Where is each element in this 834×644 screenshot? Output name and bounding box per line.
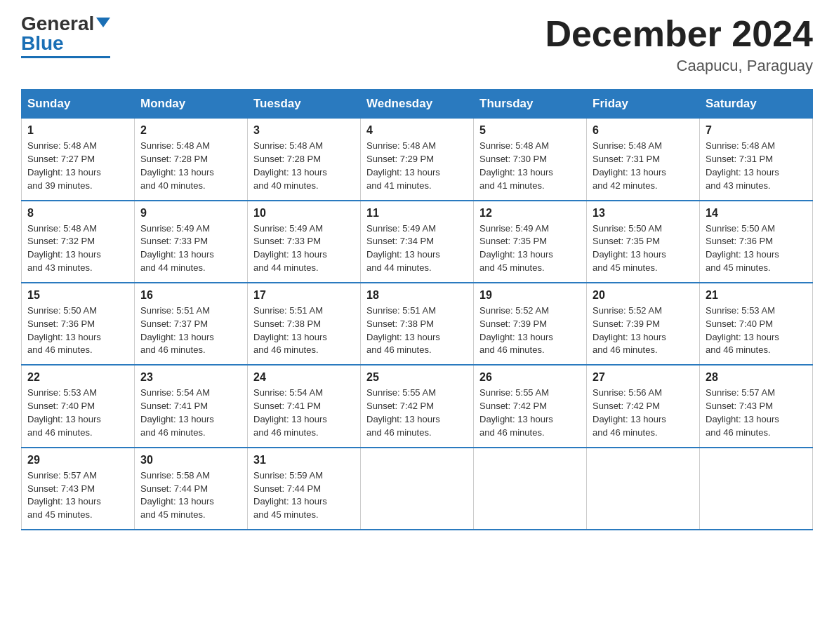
title-block: December 2024 Caapucu, Paraguay	[545, 14, 813, 75]
day-number: 31	[253, 454, 355, 467]
day-info: Sunrise: 5:48 AMSunset: 7:31 PMDaylight:…	[706, 140, 807, 192]
day-cell: 9Sunrise: 5:49 AMSunset: 7:33 PMDaylight…	[135, 201, 248, 283]
day-cell: 19Sunrise: 5:52 AMSunset: 7:39 PMDayligh…	[474, 283, 587, 365]
header-cell-tuesday: Tuesday	[248, 90, 361, 119]
day-cell: 6Sunrise: 5:48 AMSunset: 7:31 PMDaylight…	[587, 119, 700, 201]
day-info: Sunrise: 5:56 AMSunset: 7:42 PMDaylight:…	[593, 387, 694, 439]
week-row-2: 8Sunrise: 5:48 AMSunset: 7:32 PMDaylight…	[22, 201, 813, 283]
day-info: Sunrise: 5:53 AMSunset: 7:40 PMDaylight:…	[706, 304, 807, 357]
day-cell: 7Sunrise: 5:48 AMSunset: 7:31 PMDaylight…	[700, 119, 813, 201]
day-cell: 13Sunrise: 5:50 AMSunset: 7:35 PMDayligh…	[587, 201, 700, 283]
location-text: Caapucu, Paraguay	[545, 57, 813, 75]
day-number: 17	[253, 289, 355, 302]
day-cell: 27Sunrise: 5:56 AMSunset: 7:42 PMDayligh…	[587, 365, 700, 447]
day-number: 12	[479, 207, 581, 220]
day-info: Sunrise: 5:55 AMSunset: 7:42 PMDaylight:…	[479, 387, 581, 439]
day-info: Sunrise: 5:55 AMSunset: 7:42 PMDaylight:…	[366, 387, 468, 439]
day-number: 15	[27, 289, 128, 302]
week-row-5: 29Sunrise: 5:57 AMSunset: 7:43 PMDayligh…	[22, 448, 813, 530]
logo-underline	[21, 56, 110, 58]
day-cell: 31Sunrise: 5:59 AMSunset: 7:44 PMDayligh…	[248, 448, 361, 530]
day-cell	[474, 448, 587, 530]
day-cell	[361, 448, 474, 530]
day-number: 13	[593, 207, 694, 220]
day-number: 27	[593, 371, 694, 384]
header-cell-saturday: Saturday	[700, 90, 813, 119]
day-cell: 24Sunrise: 5:54 AMSunset: 7:41 PMDayligh…	[248, 365, 361, 447]
logo-general-text: General	[21, 14, 94, 34]
day-number: 8	[27, 207, 128, 220]
day-cell: 10Sunrise: 5:49 AMSunset: 7:33 PMDayligh…	[248, 201, 361, 283]
day-cell: 4Sunrise: 5:48 AMSunset: 7:29 PMDaylight…	[361, 119, 474, 201]
day-number: 25	[366, 371, 468, 384]
day-cell	[700, 448, 813, 530]
page-header: General Blue December 2024 Caapucu, Para…	[21, 14, 813, 75]
day-cell: 21Sunrise: 5:53 AMSunset: 7:40 PMDayligh…	[700, 283, 813, 365]
logo-triangle-icon	[96, 18, 110, 27]
day-info: Sunrise: 5:58 AMSunset: 7:44 PMDaylight:…	[140, 469, 241, 522]
day-info: Sunrise: 5:54 AMSunset: 7:41 PMDaylight:…	[140, 387, 241, 439]
day-info: Sunrise: 5:48 AMSunset: 7:30 PMDaylight:…	[479, 140, 581, 192]
day-info: Sunrise: 5:54 AMSunset: 7:41 PMDaylight:…	[253, 387, 355, 439]
calendar-header: SundayMondayTuesdayWednesdayThursdayFrid…	[22, 90, 813, 119]
day-info: Sunrise: 5:59 AMSunset: 7:44 PMDaylight:…	[253, 469, 355, 522]
day-info: Sunrise: 5:51 AMSunset: 7:37 PMDaylight:…	[140, 304, 241, 357]
week-row-3: 15Sunrise: 5:50 AMSunset: 7:36 PMDayligh…	[22, 283, 813, 365]
day-cell: 2Sunrise: 5:48 AMSunset: 7:28 PMDaylight…	[135, 119, 248, 201]
day-number: 30	[140, 454, 241, 467]
header-cell-monday: Monday	[135, 90, 248, 119]
day-cell: 15Sunrise: 5:50 AMSunset: 7:36 PMDayligh…	[22, 283, 135, 365]
header-cell-sunday: Sunday	[22, 90, 135, 119]
day-number: 3	[253, 124, 355, 137]
day-info: Sunrise: 5:51 AMSunset: 7:38 PMDaylight:…	[253, 304, 355, 357]
day-cell: 12Sunrise: 5:49 AMSunset: 7:35 PMDayligh…	[474, 201, 587, 283]
day-info: Sunrise: 5:48 AMSunset: 7:27 PMDaylight:…	[27, 140, 128, 192]
day-cell: 1Sunrise: 5:48 AMSunset: 7:27 PMDaylight…	[22, 119, 135, 201]
day-cell: 29Sunrise: 5:57 AMSunset: 7:43 PMDayligh…	[22, 448, 135, 530]
day-number: 21	[706, 289, 807, 302]
day-number: 26	[479, 371, 581, 384]
header-cell-friday: Friday	[587, 90, 700, 119]
day-number: 24	[253, 371, 355, 384]
day-cell: 18Sunrise: 5:51 AMSunset: 7:38 PMDayligh…	[361, 283, 474, 365]
day-info: Sunrise: 5:49 AMSunset: 7:34 PMDaylight:…	[366, 222, 468, 275]
day-number: 23	[140, 371, 241, 384]
day-number: 10	[253, 207, 355, 220]
day-cell: 16Sunrise: 5:51 AMSunset: 7:37 PMDayligh…	[135, 283, 248, 365]
day-cell: 11Sunrise: 5:49 AMSunset: 7:34 PMDayligh…	[361, 201, 474, 283]
header-cell-wednesday: Wednesday	[361, 90, 474, 119]
day-cell: 26Sunrise: 5:55 AMSunset: 7:42 PMDayligh…	[474, 365, 587, 447]
day-cell	[587, 448, 700, 530]
day-info: Sunrise: 5:57 AMSunset: 7:43 PMDaylight:…	[27, 469, 128, 522]
day-info: Sunrise: 5:49 AMSunset: 7:35 PMDaylight:…	[479, 222, 581, 275]
day-number: 28	[706, 371, 807, 384]
day-info: Sunrise: 5:50 AMSunset: 7:36 PMDaylight:…	[27, 304, 128, 357]
day-info: Sunrise: 5:49 AMSunset: 7:33 PMDaylight:…	[253, 222, 355, 275]
day-info: Sunrise: 5:51 AMSunset: 7:38 PMDaylight:…	[366, 304, 468, 357]
day-cell: 17Sunrise: 5:51 AMSunset: 7:38 PMDayligh…	[248, 283, 361, 365]
day-info: Sunrise: 5:57 AMSunset: 7:43 PMDaylight:…	[706, 387, 807, 439]
day-cell: 22Sunrise: 5:53 AMSunset: 7:40 PMDayligh…	[22, 365, 135, 447]
calendar-body: 1Sunrise: 5:48 AMSunset: 7:27 PMDaylight…	[22, 119, 813, 530]
month-title: December 2024	[545, 14, 813, 54]
week-row-4: 22Sunrise: 5:53 AMSunset: 7:40 PMDayligh…	[22, 365, 813, 447]
day-info: Sunrise: 5:52 AMSunset: 7:39 PMDaylight:…	[479, 304, 581, 357]
day-cell: 5Sunrise: 5:48 AMSunset: 7:30 PMDaylight…	[474, 119, 587, 201]
day-cell: 3Sunrise: 5:48 AMSunset: 7:28 PMDaylight…	[248, 119, 361, 201]
day-info: Sunrise: 5:48 AMSunset: 7:32 PMDaylight:…	[27, 222, 128, 275]
day-cell: 20Sunrise: 5:52 AMSunset: 7:39 PMDayligh…	[587, 283, 700, 365]
day-number: 22	[27, 371, 128, 384]
day-number: 7	[706, 124, 807, 137]
day-cell: 8Sunrise: 5:48 AMSunset: 7:32 PMDaylight…	[22, 201, 135, 283]
day-number: 6	[593, 124, 694, 137]
logo-blue-text: Blue	[21, 34, 64, 53]
day-info: Sunrise: 5:50 AMSunset: 7:35 PMDaylight:…	[593, 222, 694, 275]
calendar-table: SundayMondayTuesdayWednesdayThursdayFrid…	[21, 89, 813, 530]
day-info: Sunrise: 5:48 AMSunset: 7:29 PMDaylight:…	[366, 140, 468, 192]
day-cell: 28Sunrise: 5:57 AMSunset: 7:43 PMDayligh…	[700, 365, 813, 447]
day-number: 2	[140, 124, 241, 137]
day-info: Sunrise: 5:50 AMSunset: 7:36 PMDaylight:…	[706, 222, 807, 275]
day-info: Sunrise: 5:48 AMSunset: 7:28 PMDaylight:…	[140, 140, 241, 192]
day-cell: 30Sunrise: 5:58 AMSunset: 7:44 PMDayligh…	[135, 448, 248, 530]
header-row: SundayMondayTuesdayWednesdayThursdayFrid…	[22, 90, 813, 119]
